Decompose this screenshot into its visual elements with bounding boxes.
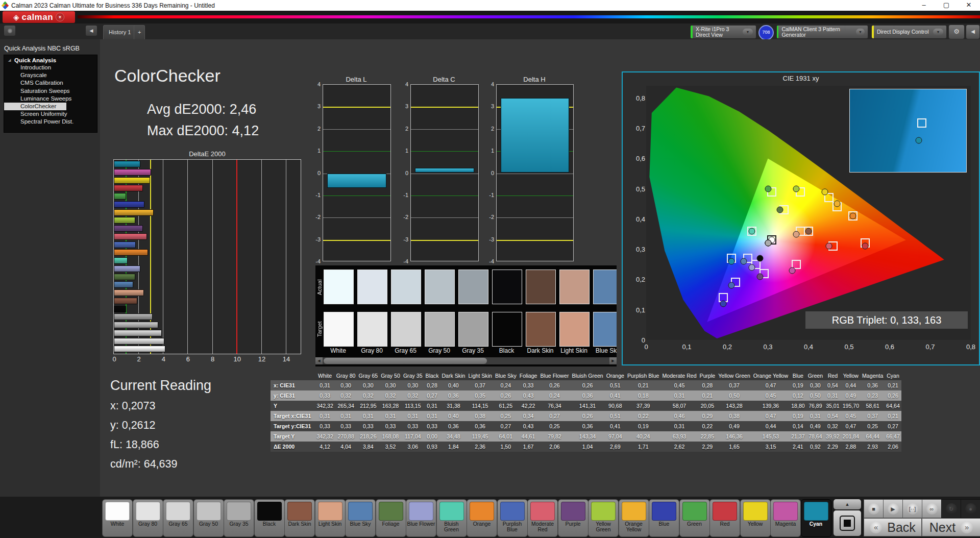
pattern-window-button[interactable]: [··]: [902, 499, 922, 518]
cie-zoom-inset: [849, 89, 967, 173]
meter-dropdown[interactable]: X-Rite i1Pro 3Direct View ▼: [690, 25, 756, 39]
patch-button-orange[interactable]: Orange: [467, 499, 497, 537]
play-button[interactable]: ▶: [883, 499, 903, 518]
tree-root-quick-analysis[interactable]: ◢Quick Analysis: [4, 57, 97, 64]
pattern-generator-dropdown[interactable]: CalMAN Client 3 Pattern Generator ▼: [776, 25, 868, 39]
cie-plot: RGB Triplet: 0, 133, 163: [646, 86, 971, 340]
spectrum-strip: [78, 15, 980, 18]
table-row: Target Y342,32270,88218,26168,08117,040,…: [271, 431, 901, 442]
current-reading-value: x: 0,2073: [110, 400, 211, 412]
sync-icon: ↻: [946, 503, 957, 515]
tab-history1[interactable]: History 1: [103, 25, 136, 40]
chevron-down-icon: ▼: [933, 29, 943, 35]
sidebar-item-saturation-sweeps[interactable]: Saturation Sweeps: [4, 87, 97, 95]
measured-point-red: [862, 243, 869, 250]
sidebar-item-screen-uniformity[interactable]: Screen Uniformity: [4, 110, 97, 118]
scroll-left-icon[interactable]: ◀: [315, 357, 323, 364]
patch-button-cyan[interactable]: Cyan: [801, 499, 831, 537]
table-row: ΔE 20004,124,043,843,523,060,931,842,361…: [271, 442, 901, 452]
patch-button-purplish-blue[interactable]: Purplish Blue: [497, 499, 528, 537]
tree-expand-icon[interactable]: ◢: [8, 58, 11, 62]
toolbar: ◀ History 1 + X-Rite i1Pro 3Direct View …: [0, 23, 980, 39]
cie-xtick: 0,7: [925, 343, 935, 351]
expand-up-icon[interactable]: ▲: [834, 499, 861, 509]
pattern-window-icon: [··]: [907, 503, 918, 515]
display-control-dropdown[interactable]: Direct Display Control ▼: [871, 25, 947, 39]
sidebar-item-colorchecker[interactable]: ColorChecker: [4, 103, 66, 110]
patch-button-moderate-red[interactable]: Moderate Red: [527, 499, 558, 537]
patch-button-orange-yellow[interactable]: Orange Yellow: [619, 499, 649, 537]
chart-title: DeltaE 2000: [112, 150, 302, 158]
calman-diamond-icon: ◈: [13, 13, 19, 21]
tab-add-button[interactable]: +: [134, 25, 145, 40]
logo-menu-chevron-icon[interactable]: ▼: [56, 13, 64, 21]
patch-button-yellow-green[interactable]: Yellow Green: [588, 499, 619, 537]
patch-button-light-skin[interactable]: Light Skin: [315, 499, 346, 537]
patch-button-red[interactable]: Red: [709, 499, 740, 537]
main-content: ColorChecker Avg dE2000: 2,46 Max dE2000…: [100, 39, 980, 497]
measured-point-orange: [850, 212, 856, 219]
measured-point-light-skin: [793, 231, 800, 237]
stop-button[interactable]: ■: [864, 499, 884, 518]
measured-point-blue-sky: [740, 258, 747, 264]
patch-button-dark-skin[interactable]: Dark Skin: [284, 499, 315, 537]
col-header: Red: [824, 371, 841, 380]
patch-button-blue[interactable]: Blue: [649, 499, 679, 537]
next-button[interactable]: Next»: [922, 518, 980, 536]
pattern-window-button[interactable]: [834, 510, 861, 536]
sidebar: Quick Analysis NBC sRGB ◢Quick AnalysisI…: [0, 39, 100, 497]
col-header: Orange: [605, 371, 626, 380]
meter-dropdown-label: X-Rite i1Pro 3Direct View: [693, 27, 732, 38]
patch-button-purple[interactable]: Purple: [558, 499, 589, 537]
de-bar-blue-flower: [114, 265, 140, 272]
patch-button-gray-35[interactable]: Gray 35: [224, 499, 254, 537]
sidebar-item-luminance-sweeps[interactable]: Luminance Sweeps: [4, 95, 97, 103]
workflow-radio-button[interactable]: [4, 26, 15, 36]
scrollbar-thumb[interactable]: [324, 358, 487, 364]
patch-button-yellow[interactable]: Yellow: [740, 499, 771, 537]
patch-button-bluish-green[interactable]: Bluish Green: [436, 499, 467, 537]
sidebar-item-grayscale[interactable]: Grayscale: [4, 71, 97, 79]
sidebar-item-introduction[interactable]: Introduction: [4, 64, 97, 71]
panel-collapse-icon[interactable]: ◀: [966, 25, 980, 39]
swatch-scrollbar[interactable]: ◀▶: [315, 357, 617, 364]
meter-mode-badge[interactable]: 708: [758, 25, 774, 40]
col-header: Gray 50: [379, 371, 402, 380]
patch-button-gray-50[interactable]: Gray 50: [193, 499, 224, 537]
cie-xtick: 0: [644, 343, 648, 351]
minimize-button[interactable]: –: [913, 0, 935, 11]
de-xtick: 6: [186, 355, 190, 363]
sidebar-collapse-button[interactable]: ◀: [86, 26, 97, 36]
close-button[interactable]: ✕: [958, 0, 980, 11]
continuous-button[interactable]: ∞: [922, 499, 942, 518]
maximize-button[interactable]: ▢: [935, 0, 958, 11]
swatch-compare-panel: ActualTargetWhiteGray 80Gray 65Gray 50Gr…: [315, 265, 617, 366]
col-header: Green: [806, 371, 824, 380]
col-header: Cyan: [885, 371, 901, 380]
sidebar-item-cms-calibration[interactable]: CMS Calibration: [4, 79, 97, 87]
measured-point-yellow: [821, 188, 828, 195]
settings-gear-icon[interactable]: ⚙: [948, 25, 965, 39]
cie-ytick: 0,6: [636, 155, 645, 162]
calman-logo[interactable]: ◈ calman ▼: [3, 11, 75, 23]
col-header: Gray 35: [402, 371, 424, 380]
patch-button-gray-65[interactable]: Gray 65: [163, 499, 193, 537]
target-swatch-blue-sky: [593, 312, 617, 347]
patch-button-white[interactable]: White: [102, 499, 133, 537]
sidebar-item-spectral-power-dist-[interactable]: Spectral Power Dist.: [4, 118, 97, 126]
table-row: Target y:CIE310,330,330,330,330,330,330,…: [271, 421, 901, 431]
extra-button[interactable]: ●: [961, 499, 980, 518]
target-swatch-gray-50: [425, 312, 455, 347]
back-button[interactable]: «Back: [864, 518, 922, 536]
sync-button[interactable]: ↻: [941, 499, 961, 518]
row-label-actual: Actual: [316, 271, 324, 304]
patch-button-blue-flower[interactable]: Blue Flower: [406, 499, 436, 537]
scroll-right-icon[interactable]: ▶: [609, 357, 617, 364]
patch-button-black[interactable]: Black: [254, 499, 285, 537]
patch-button-foliage[interactable]: Foliage: [376, 499, 406, 537]
patch-button-blue-sky[interactable]: Blue Sky: [345, 499, 376, 537]
patch-button-green[interactable]: Green: [679, 499, 710, 537]
patch-button-magenta[interactable]: Magenta: [770, 499, 801, 537]
swatch-label: White: [323, 347, 353, 354]
patch-button-gray-80[interactable]: Gray 80: [133, 499, 163, 537]
